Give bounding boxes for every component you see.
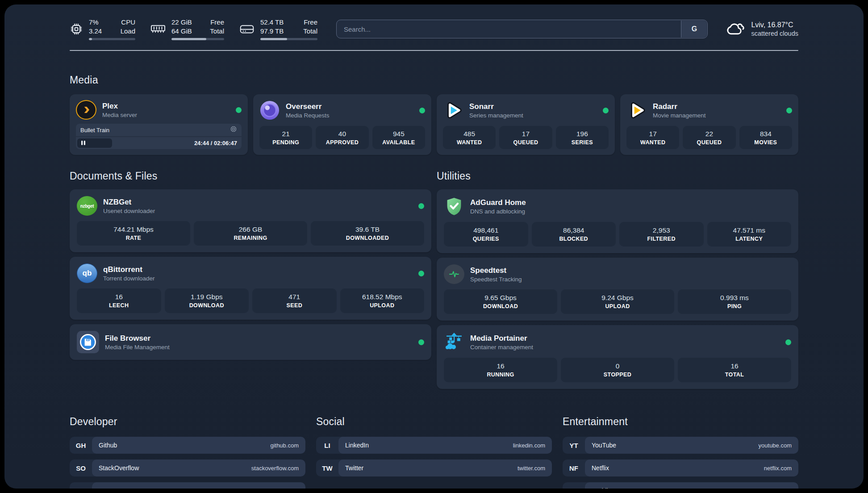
- bookmark-url: netflix.com: [764, 465, 792, 472]
- service-card-nzbget[interactable]: nzbget NZBGet Usenet downloader 744.21 M…: [70, 189, 431, 252]
- bookmark-url: stackoverflow.com: [251, 465, 299, 472]
- weather-widget: Lviv, 16.87°C scattered clouds: [726, 20, 798, 38]
- bookmark-abbr: LI: [316, 437, 338, 454]
- service-name: AdGuard Home: [470, 198, 526, 207]
- stat-box: 86,384BLOCKED: [532, 222, 616, 246]
- system-stats: 7%CPU 3.24Load 22 GiBFree 64 GiBTotal: [70, 18, 317, 40]
- service-name: Speedtest: [470, 266, 522, 275]
- search-bar: G: [336, 20, 708, 38]
- service-card-adguard[interactable]: AdGuard Home DNS and adblocking 498,461Q…: [437, 189, 798, 253]
- pause-icon: [81, 139, 86, 147]
- status-dot: [236, 107, 242, 113]
- bookmark-url: reddit.com: [764, 488, 792, 489]
- service-card-overseerr[interactable]: Overseerr Media Requests 21PENDING 40APP…: [253, 94, 431, 155]
- disk-progress-bar: [260, 38, 317, 40]
- service-card-sonarr[interactable]: Sonarr Series management 485WANTED 17QUE…: [437, 94, 615, 155]
- section-title-utilities: Utilities: [437, 170, 798, 182]
- bookmark-name: Netflix: [592, 464, 609, 472]
- media-grid: Plex Media server Bullet Train: [70, 94, 798, 155]
- service-subtitle: Container management: [470, 344, 533, 351]
- service-name: Overseerr: [286, 102, 330, 111]
- service-card-qbittorrent[interactable]: qb qBittorrent Torrent downloader 16LEEC…: [70, 257, 431, 320]
- section-title-entertainment: Entertainment: [563, 416, 798, 428]
- bookmark-url: twitter.com: [517, 465, 545, 472]
- service-name: File Browser: [105, 334, 170, 343]
- service-name: Media Portainer: [470, 334, 533, 343]
- service-name: NZBGet: [103, 198, 155, 207]
- sonarr-icon: [443, 100, 463, 121]
- stat-box: 21PENDING: [259, 126, 312, 149]
- stat-box: 16RUNNING: [444, 358, 557, 382]
- bookmark-dev[interactable]: DT DEVdev.to: [70, 482, 305, 489]
- memory-total-value: 64 GiB: [171, 27, 192, 36]
- overseerr-icon: [259, 100, 280, 121]
- bookmark-linkedin[interactable]: LI LinkedInlinkedin.com: [316, 437, 552, 454]
- service-card-plex[interactable]: Plex Media server Bullet Train: [70, 94, 248, 155]
- section-title-developer: Developer: [70, 416, 305, 428]
- bookmark-url: linkedin.com: [513, 442, 545, 449]
- stat-box: 17WANTED: [626, 126, 679, 149]
- status-dot: [603, 108, 609, 113]
- stat-box: 2,953FILTERED: [619, 222, 704, 246]
- weather-location-temp: Lviv, 16.87°C: [751, 20, 798, 29]
- bookmark-stackoverflow[interactable]: SO StackOverflowstackoverflow.com: [70, 460, 305, 476]
- portainer-icon: [444, 332, 464, 352]
- service-subtitle: Media server: [102, 112, 137, 118]
- bookmark-name: LinkedIn: [345, 442, 369, 449]
- bookmark-abbr: TW: [316, 460, 338, 476]
- stat-box: 9.24 GbpsUPLOAD: [561, 289, 674, 314]
- memory-total-label: Total: [210, 27, 224, 36]
- bookmark-twitter[interactable]: TW Twittertwitter.com: [316, 460, 552, 476]
- bookmark-github[interactable]: GH Githubgithub.com: [70, 437, 305, 454]
- service-name: Sonarr: [469, 102, 523, 111]
- memory-icon: [150, 24, 166, 34]
- status-dot: [785, 339, 791, 345]
- stat-box: 498,461QUERIES: [444, 222, 528, 246]
- stat-box: 17QUEUED: [499, 126, 552, 149]
- status-dot: [418, 203, 424, 209]
- service-card-filebrowser[interactable]: File Browser Media File Management: [70, 324, 431, 360]
- service-subtitle: Media Requests: [286, 112, 330, 119]
- stat-box: 196SERIES: [556, 126, 609, 149]
- bookmark-name: YouTube: [592, 442, 616, 449]
- disk-free-value: 52.4 TB: [260, 18, 284, 27]
- speedtest-icon: [444, 264, 464, 284]
- stat-box: 744.21 MbpsRATE: [77, 221, 190, 246]
- now-playing-row: Bullet Train: [76, 124, 242, 136]
- search-provider-button[interactable]: G: [681, 21, 707, 38]
- service-subtitle: Usenet downloader: [103, 208, 155, 214]
- nzbget-icon: nzbget: [77, 196, 97, 216]
- service-subtitle: DNS and adblocking: [470, 208, 526, 215]
- bookmark-youtube[interactable]: YT YouTubeyoutube.com: [563, 437, 798, 454]
- bookmark-abbr: GH: [70, 437, 92, 454]
- cpu-progress-bar: [89, 38, 135, 40]
- memory-free-value: 22 GiB: [171, 18, 192, 27]
- bookmark-reddit[interactable]: RE Redditreddit.com: [563, 482, 798, 489]
- cpu-icon: [70, 22, 83, 36]
- service-name: Radarr: [653, 102, 706, 111]
- header: 7%CPU 3.24Load 22 GiBFree 64 GiBTotal: [70, 18, 798, 40]
- disk-stat: 52.4 TBFree 97.9 TBTotal: [239, 18, 317, 40]
- disk-free-label: Free: [304, 18, 317, 27]
- bookmark-name: DEV: [99, 487, 112, 489]
- service-card-speedtest[interactable]: Speedtest Speedtest Tracking 9.65 GbpsDO…: [437, 258, 798, 321]
- service-subtitle: Speedtest Tracking: [470, 276, 522, 283]
- service-card-radarr[interactable]: Radarr Movie management 17WANTED 22QUEUE…: [620, 94, 798, 155]
- service-card-portainer[interactable]: Media Portainer Container management 16R…: [437, 325, 798, 389]
- stat-box: 47.571 msLATENCY: [707, 222, 792, 246]
- gear-icon[interactable]: [230, 125, 237, 134]
- bookmark-netflix[interactable]: NF Netflixnetflix.com: [563, 460, 798, 476]
- playback-progress-bar[interactable]: 24:44 / 02:06:47: [76, 137, 242, 149]
- service-subtitle: Torrent downloader: [103, 275, 155, 282]
- stat-box: 485WANTED: [443, 126, 496, 149]
- section-title-social: Social: [316, 416, 552, 428]
- status-dot: [419, 108, 425, 113]
- bookmark-name: Twitter: [345, 464, 363, 472]
- stat-box: 0.993 msPING: [678, 289, 791, 314]
- memory-stat: 22 GiBFree 64 GiBTotal: [150, 18, 224, 40]
- cpu-load-value: 3.24: [89, 27, 102, 36]
- cpu-usage-label: CPU: [121, 18, 135, 27]
- search-input[interactable]: [336, 20, 708, 38]
- documents-column: Documents & Files nzbget NZBGet Usenet d…: [70, 170, 431, 389]
- cpu-load-label: Load: [121, 27, 135, 36]
